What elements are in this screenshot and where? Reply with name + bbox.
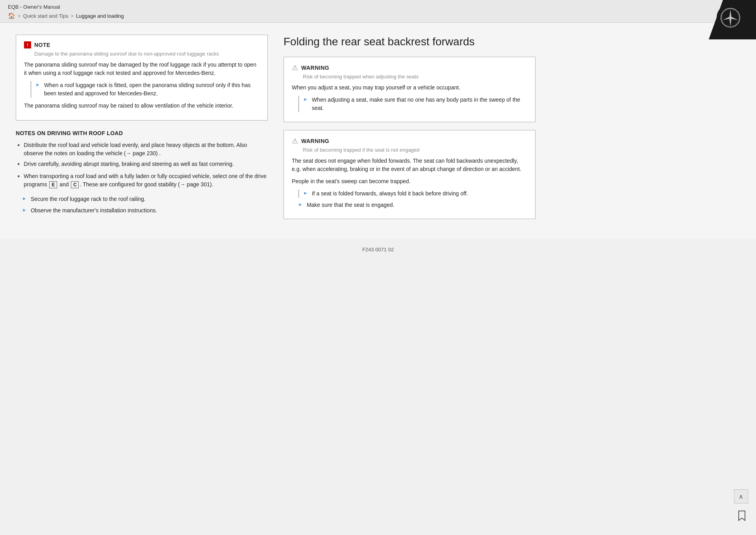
warning-subtitle-2: Risk of becoming trapped if the seat is … [303, 147, 527, 153]
manual-title: EQB - Owner's Manual [8, 4, 748, 10]
note-bullet1: ► When a roof luggage rack is fitted, op… [30, 81, 259, 98]
chevron-up-icon: ∧ [739, 493, 743, 500]
driving-bullet-1: • Distribute the roof load and vehicle l… [17, 141, 268, 158]
arrow-icon-2: ► [22, 207, 27, 213]
warning-bullet-1-text: When adjusting a seat, make sure that no… [312, 96, 527, 112]
badge-e: E [49, 181, 57, 188]
breadcrumb-sep2: > [70, 13, 74, 19]
main-content: ! NOTE Damage to the panorama sliding su… [0, 23, 756, 239]
header: EQB - Owner's Manual 🏠 > Quick start and… [0, 0, 756, 23]
bullet-dot-icon-3: • [17, 171, 20, 182]
warning-subtitle-1: Risk of becoming trapped when adjusting … [303, 74, 527, 80]
driving-arrow-bullet-2-text: Observe the manufacturer's installation … [31, 206, 157, 215]
warning-title-1: WARNING [301, 65, 329, 71]
breadcrumb: 🏠 > Quick start and Tips > Luggage and l… [8, 12, 748, 19]
driving-bullet-3: • When transporting a roof load and with… [17, 172, 268, 189]
note-box: ! NOTE Damage to the panorama sliding su… [16, 35, 268, 121]
breadcrumb-sep1: > [18, 13, 21, 19]
left-column: ! NOTE Damage to the panorama sliding su… [16, 35, 268, 227]
note-icon: ! [24, 41, 31, 48]
driving-arrow-bullet-2: ► Observe the manufacturer's installatio… [22, 206, 268, 215]
arrow-icon-1: ► [22, 196, 27, 201]
driving-arrow-bullet-1: ► Secure the roof luggage rack to the ro… [22, 195, 268, 203]
right-column: Folding the rear seat backrest forwards … [284, 35, 536, 227]
note-header: ! NOTE [24, 41, 259, 48]
note-title: NOTE [34, 42, 50, 48]
page-heading: Folding the rear seat backrest forwards [284, 35, 536, 49]
warning-body-2a: The seat does not engage when folded for… [292, 157, 527, 173]
badge-c: C [71, 181, 79, 188]
warning-triangle-icon-1: ⚠ [292, 63, 298, 72]
warning-triangle-icon-2: ⚠ [292, 137, 298, 145]
note-body2: The panorama sliding sunroof may be rais… [24, 102, 259, 110]
bullet-dot-icon-1: • [17, 140, 20, 151]
warning-box-1: ⚠ WARNING Risk of becoming trapped when … [284, 57, 536, 122]
warning-arrow-icon-2a: ► [303, 190, 308, 196]
warning-bullet-2b-text: Make sure that the seat is engaged. [307, 201, 395, 209]
note-body1: The panorama sliding sunroof may be dama… [24, 61, 259, 77]
warning-body-1: When you adjust a seat, you may trap you… [292, 84, 527, 92]
warning-header-2: ⚠ WARNING [292, 137, 527, 145]
note-bullet1-text: When a roof luggage rack is fitted, open… [44, 81, 259, 98]
bullet-arrow-icon: ► [35, 82, 40, 87]
bullet-dot-icon-2: • [17, 159, 20, 170]
page-footer: F243 0071 02 [0, 239, 756, 260]
driving-bullet-3-text: When transporting a roof load and with a… [24, 172, 268, 189]
bookmark-icon [737, 510, 747, 523]
driving-bullet-2-text: Drive carefully, avoiding abrupt startin… [24, 160, 234, 168]
warning-bullet-2a-text: If a seat is folded forwards, always fol… [312, 189, 468, 198]
warning-bullet-2b: ► Make sure that the seat is engaged. [298, 201, 527, 209]
warning-body-2b: People in the seat's sweep can become tr… [292, 177, 527, 186]
scroll-up-button[interactable]: ∧ [734, 489, 748, 503]
breadcrumb-current: Luggage and loading [76, 13, 124, 19]
warning-box-2: ⚠ WARNING Risk of becoming trapped if th… [284, 130, 536, 219]
warning-title-2: WARNING [301, 138, 329, 144]
svg-point-2 [729, 17, 732, 19]
note-subtitle: Damage to the panorama sliding sunroof d… [34, 51, 259, 57]
breadcrumb-section[interactable]: Quick start and Tips [23, 13, 69, 19]
warning-arrow-icon-1: ► [303, 97, 308, 102]
mercedes-logo [717, 4, 744, 32]
driving-bullet-1-text: Distribute the roof load and vehicle loa… [24, 141, 268, 158]
driving-section: NOTES ON DRIVING WITH ROOF LOAD • Distri… [16, 130, 268, 215]
warning-bullet-1: ► When adjusting a seat, make sure that … [298, 96, 527, 112]
driving-arrow-bullet-1-text: Secure the roof luggage rack to the roof… [31, 195, 146, 203]
warning-bullet-2a: ► If a seat is folded forwards, always f… [298, 189, 527, 198]
driving-section-title: NOTES ON DRIVING WITH ROOF LOAD [16, 130, 268, 136]
warning-header-1: ⚠ WARNING [292, 63, 527, 72]
warning-arrow-icon-2b: ► [298, 202, 303, 207]
footer-doc-id: F243 0071 02 [362, 247, 394, 253]
driving-bullet-2: • Drive carefully, avoiding abrupt start… [17, 160, 268, 170]
home-icon[interactable]: 🏠 [8, 12, 15, 19]
